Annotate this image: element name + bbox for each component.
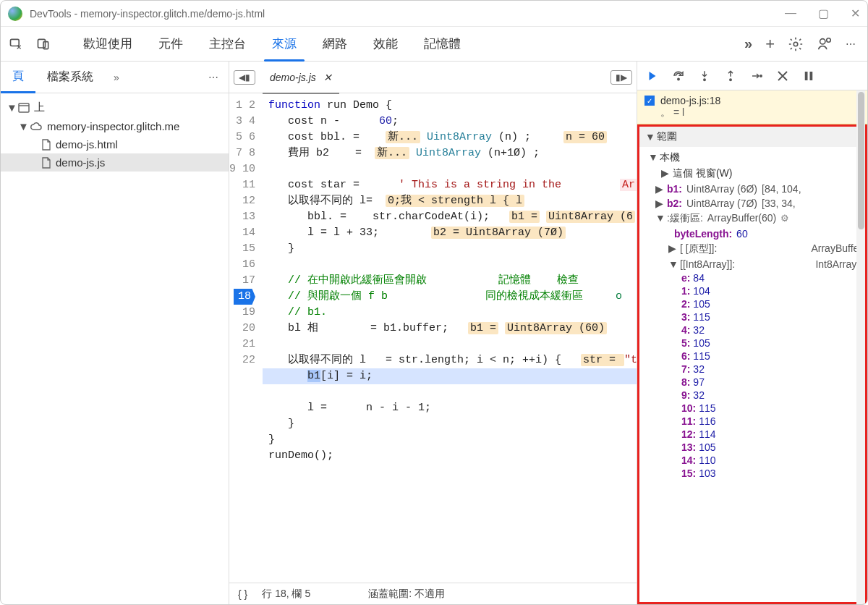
tab-sources[interactable]: 來源 — [259, 27, 310, 61]
scope-prototype[interactable]: ▶[ [原型]]: ArrayBuffer — [645, 241, 865, 257]
int8-item[interactable]: 11: 116 — [681, 415, 865, 428]
inspect-icon[interactable] — [4, 32, 28, 56]
line-gutter[interactable]: 1 2 3 4 5 6 7 8 9 10 11 12 13 14 15 16 1… — [229, 93, 263, 583]
svg-rect-6 — [19, 103, 29, 112]
tree-domain-label: memory-inspector.glitch.me — [47, 120, 179, 132]
tree-file-js-label: demo-js.js — [56, 156, 105, 169]
breakpoint-location[interactable]: demo-js.js:18 — [660, 95, 720, 106]
scope-header[interactable]: ▼ 範圍 — [639, 127, 865, 147]
window-title: DevTools - memory-inspector.glitch.me/de… — [30, 8, 265, 20]
int8-item[interactable]: 14: 110 — [681, 454, 865, 467]
navigator-tabs: 頁 檔案系統 » ⋯ — [1, 62, 229, 93]
toolbar-right: » + ⋯ — [744, 35, 867, 54]
editor-statusbar: { } 行 18, 欄 5 涵蓋範圍: 不適用 — [229, 583, 637, 604]
int8-item[interactable]: 10: 115 — [681, 402, 865, 415]
tab-welcome[interactable]: 歡迎使用 — [70, 27, 145, 61]
scope-var-b1[interactable]: ▶b1: Uint8Array (6Ø) [84, 104, — [645, 182, 865, 196]
code-area[interactable]: 1 2 3 4 5 6 7 8 9 10 11 12 13 14 15 16 1… — [229, 93, 637, 583]
tab-performance[interactable]: 效能 — [360, 27, 411, 61]
editor-tab-label: demo-js.js — [270, 72, 316, 83]
step-out-button[interactable] — [724, 69, 737, 82]
add-tab-button[interactable]: + — [765, 35, 775, 54]
scope-panel: ▼ 範圍 ▼本機 ▶這個 視窗(W) ▶b1: Uint8Array (6Ø) … — [637, 124, 867, 604]
step-into-button[interactable] — [698, 69, 711, 82]
int8-item[interactable]: 1: 104 — [681, 284, 865, 297]
code-content[interactable]: function run Demo { cost n - 60; cost bb… — [263, 93, 637, 583]
scope-var-b2[interactable]: ▶b2: Uint8Array (7Ø) [33, 34, — [645, 196, 865, 211]
window-icon — [18, 103, 30, 113]
tree-domain[interactable]: ▼ memory-inspector.glitch.me — [1, 117, 229, 135]
more-tabs-button[interactable]: » — [744, 35, 752, 52]
tab-console[interactable]: 主控台 — [196, 27, 259, 61]
int8-item[interactable]: 12: 114 — [681, 428, 865, 441]
int8-item[interactable]: 2: 105 — [681, 297, 865, 310]
gear-icon[interactable]: ⚙ — [780, 213, 789, 224]
int8-item[interactable]: e: 84 — [681, 271, 865, 284]
tab-network[interactable]: 網路 — [310, 27, 360, 61]
tree-root[interactable]: ▼ 上 — [1, 98, 229, 117]
pretty-print-button[interactable]: { } — [238, 588, 247, 600]
int8array-values: e: 841: 1042: 1053: 1154: 325: 1056: 115… — [645, 271, 865, 480]
int8-item[interactable]: 13: 105 — [681, 441, 865, 454]
editor-tab[interactable]: demo-js.js ✕ — [263, 66, 339, 89]
breakpoint-marker[interactable]: 18 — [234, 289, 255, 305]
scope-buffer[interactable]: ▼:緩衝區: ArrayBuffer(60) ⚙ — [645, 211, 865, 227]
close-tab-icon[interactable]: ✕ — [323, 72, 332, 83]
close-button[interactable]: ✕ — [851, 7, 860, 20]
int8-item[interactable]: 9: 32 — [681, 389, 865, 402]
editor-tabbar: ◀▮ demo-js.js ✕ ▮▶ — [229, 62, 637, 93]
kebab-menu-icon[interactable]: ⋯ — [846, 38, 857, 50]
chevron-down-icon: ▼ — [7, 101, 14, 114]
pause-exceptions-button[interactable] — [802, 69, 815, 82]
resume-button[interactable] — [646, 69, 659, 82]
navigator-menu[interactable]: ⋯ — [208, 72, 220, 83]
svg-point-4 — [820, 38, 825, 43]
panel-tabs: 歡迎使用 元件 主控台 來源 網路 效能 記憶體 — [70, 27, 474, 61]
device-toggle-icon[interactable] — [31, 32, 56, 56]
window-controls: — ▢ ✕ — [785, 7, 860, 20]
scope-this[interactable]: ▶這個 視窗(W) — [645, 166, 865, 182]
int8-item[interactable]: 4: 32 — [681, 323, 865, 337]
int8-item[interactable]: 6: 115 — [681, 350, 865, 363]
navigator-tab-filesystem[interactable]: 檔案系統 — [35, 62, 105, 92]
int8-item[interactable]: 5: 105 — [681, 337, 865, 350]
navigator-tab-page[interactable]: 頁 — [1, 62, 35, 93]
panel-toolbar: 歡迎使用 元件 主控台 來源 網路 效能 記憶體 » + ⋯ — [1, 27, 867, 62]
int8-item[interactable]: 8: 97 — [681, 376, 865, 389]
minimize-button[interactable]: — — [785, 7, 796, 20]
feedback-icon[interactable] — [817, 36, 833, 52]
toggle-navigator-button[interactable]: ◀▮ — [234, 70, 255, 85]
breakpoint-info: ✓ demo-js.js:18 。 = l — [637, 90, 867, 124]
file-icon — [41, 139, 51, 151]
svg-point-10 — [730, 79, 731, 80]
tab-memory[interactable]: 記憶體 — [411, 27, 474, 61]
svg-point-8 — [678, 78, 679, 80]
int8-item[interactable]: 3: 115 — [681, 310, 865, 323]
navigator-more-tabs[interactable]: » — [114, 72, 119, 83]
scrollbar[interactable] — [856, 90, 865, 604]
svg-point-5 — [827, 38, 831, 42]
int8-item[interactable]: 15: 103 — [681, 467, 865, 480]
scrollbar-thumb[interactable] — [858, 92, 864, 229]
scope-int8array[interactable]: ▼[[Int8Array]]: Int8Array« — [645, 257, 865, 271]
maximize-button[interactable]: ▢ — [818, 7, 829, 20]
scope-local[interactable]: ▼本機 — [645, 150, 865, 166]
tree-file-js[interactable]: demo-js.js — [1, 153, 229, 172]
settings-icon[interactable] — [788, 36, 804, 52]
toggle-debugger-button[interactable]: ▮▶ — [610, 70, 632, 85]
tab-elements[interactable]: 元件 — [145, 27, 196, 61]
debugger-pane: ✓ demo-js.js:18 。 = l ▼ 範圍 ▼本機 ▶這個 視窗(W)… — [637, 62, 867, 604]
scope-this-label: 這個 視窗(W) — [673, 167, 732, 180]
cloud-icon — [30, 122, 43, 132]
step-over-button[interactable] — [672, 69, 685, 82]
svg-point-11 — [760, 75, 762, 76]
scope-bytelength: byteLength: 60 — [645, 227, 865, 241]
step-button[interactable] — [750, 69, 763, 82]
scope-title: 範圍 — [657, 130, 677, 143]
breakpoint-checkbox[interactable]: ✓ — [644, 96, 655, 106]
tree-file-html[interactable]: demo-js.html — [1, 135, 229, 153]
svg-rect-0 — [11, 39, 20, 46]
deactivate-breakpoints-button[interactable] — [776, 69, 789, 82]
svg-point-9 — [704, 79, 705, 80]
int8-item[interactable]: 7: 32 — [681, 363, 865, 376]
